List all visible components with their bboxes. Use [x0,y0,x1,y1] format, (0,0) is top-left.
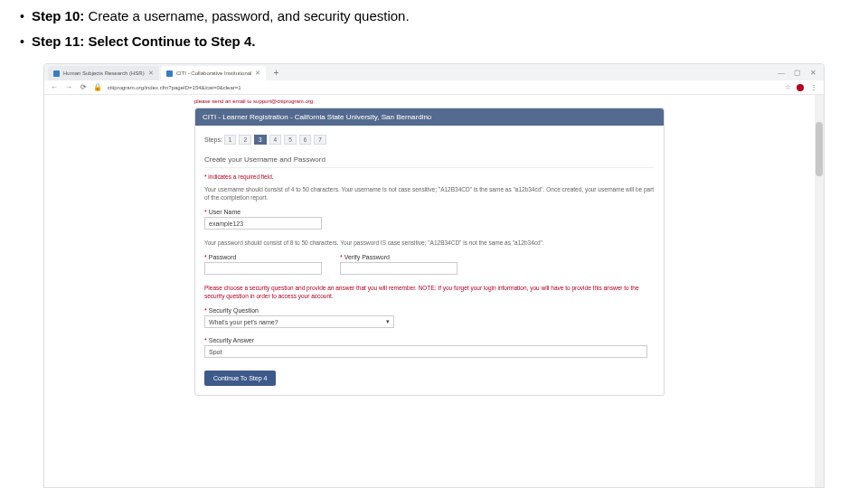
security-answer-label: *Security Answer [204,337,655,343]
bookmark-icon[interactable]: ☆ [785,83,791,91]
security-question-select[interactable]: What's your pet's name? ▾ [204,315,394,328]
continue-button[interactable]: Continue To Step 4 [204,371,276,386]
profile-avatar[interactable] [797,84,804,91]
step-1[interactable]: 1 [224,135,237,145]
password-field: *Password [204,254,322,275]
menu-icon[interactable]: ⋮ [809,83,818,92]
step-10-text: Create a username, password, and securit… [84,8,409,23]
security-answer-input[interactable] [204,345,647,358]
maximize-icon[interactable]: ▢ [794,69,801,77]
page-viewport: please send an email to support@citiprog… [44,95,824,487]
browser-tab-1[interactable]: Human Subjects Research (HSR) ✕ [48,66,159,80]
security-answer-field: *Security Answer [204,337,655,358]
page-content: please send an email to support@citiprog… [44,95,815,487]
tab-strip: Human Subjects Research (HSR) ✕ CITI - C… [44,64,824,80]
bullet-icon: • [20,32,24,52]
security-question-value: What's your pet's name? [209,319,278,325]
username-help: Your username should consist of 4 to 50 … [204,185,655,202]
password-label: *Password [204,254,322,260]
tab-2-title: CITI - Collaborative Institutional [176,70,252,76]
section-title: Create your Username and Password [204,152,655,168]
step-6[interactable]: 6 [299,135,312,145]
security-help: Please choose a security question and pr… [204,284,655,300]
instruction-step-10: • Step 10: Create a username, password, … [18,5,850,27]
step-4[interactable]: 4 [269,135,282,145]
verify-password-input[interactable] [340,262,458,275]
top-alert-text: please send an email to support@citiprog… [194,95,665,108]
steps-label: Steps: [204,136,222,143]
close-tab-icon[interactable]: ✕ [255,70,260,77]
step-10-label: Step 10: [32,8,84,23]
username-input[interactable] [204,217,322,230]
reload-icon[interactable]: ⟳ [79,83,88,92]
lock-icon: 🔒 [93,83,102,92]
url-field[interactable]: citiprogram.org/index.cfm?pageID=154&ica… [108,85,779,90]
security-question-field: *Security Question What's your pet's nam… [204,307,655,328]
verify-password-label: *Verify Password [340,254,458,260]
minimize-icon[interactable]: — [778,69,785,77]
security-question-label: *Security Question [204,307,655,314]
window-controls: — ▢ ✕ [778,69,824,77]
browser-tab-2[interactable]: CITI - Collaborative Institutional ✕ [161,66,267,80]
close-window-icon[interactable]: ✕ [810,69,816,77]
browser-window: Human Subjects Research (HSR) ✕ CITI - C… [43,63,825,488]
registration-panel: CITI - Learner Registration - California… [194,108,665,396]
chevron-down-icon: ▾ [386,318,390,325]
scrollbar-thumb[interactable] [816,122,823,176]
username-field: *User Name [204,209,655,230]
username-label: *User Name [204,209,655,215]
password-input[interactable] [204,262,322,275]
required-note: * indicates a required field. [204,174,655,180]
step-5[interactable]: 5 [284,135,297,145]
panel-header: CITI - Learner Registration - California… [195,108,664,126]
step-7[interactable]: 7 [314,135,326,145]
step-2[interactable]: 2 [239,135,251,145]
close-tab-icon[interactable]: ✕ [148,70,154,77]
tab-1-title: Human Subjects Research (HSR) [63,70,145,76]
instruction-step-11: • Step 11: Select Continue to Step 4. [18,31,850,52]
address-bar: ← → ⟳ 🔒 citiprogram.org/index.cfm?pageID… [44,80,824,95]
favicon-icon [166,70,173,77]
new-tab-button[interactable]: + [268,68,284,78]
favicon-icon [53,70,60,77]
steps-row: Steps: 1 2 3 4 5 6 7 [204,131,655,152]
bullet-icon: • [20,6,24,26]
vertical-scrollbar[interactable] [815,95,824,487]
verify-password-field: *Verify Password [340,254,458,275]
instruction-list: • Step 10: Create a username, password, … [0,0,868,60]
step-3[interactable]: 3 [254,135,267,145]
back-icon[interactable]: ← [50,83,59,92]
password-help: Your password should consist of 8 to 50 … [204,239,655,247]
step-11-label: Step 11: Select Continue to Step 4. [32,31,256,52]
forward-icon[interactable]: → [64,83,73,92]
